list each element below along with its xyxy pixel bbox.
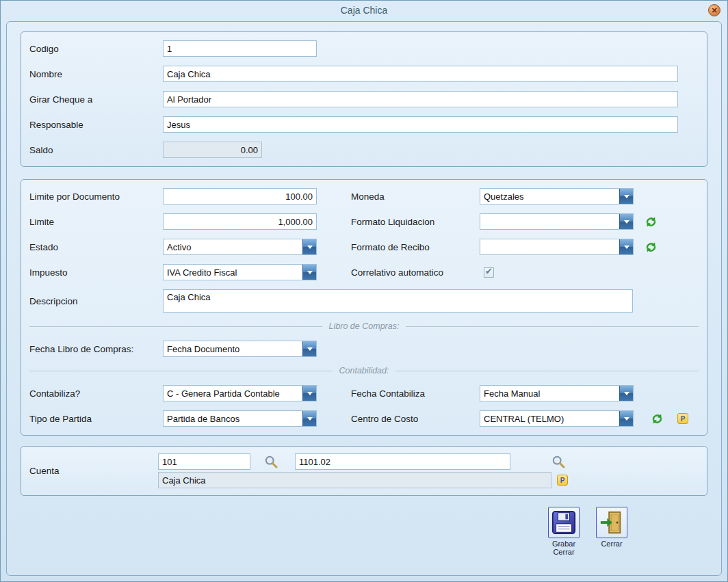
moneda-select[interactable]: Quetzales xyxy=(480,188,634,204)
limite-label: Limite xyxy=(29,217,163,227)
formato-recibo-select[interactable] xyxy=(480,239,634,255)
chevron-down-icon[interactable] xyxy=(302,386,316,401)
cerrar-button[interactable]: Cerrar xyxy=(593,507,631,556)
descripcion-label: Descripcion xyxy=(29,296,163,306)
chevron-down-icon[interactable] xyxy=(619,189,633,204)
moneda-label: Moneda xyxy=(351,191,480,202)
note-icon[interactable]: P xyxy=(557,475,568,486)
refresh-icon[interactable] xyxy=(645,241,658,254)
codigo-label: Codigo xyxy=(29,44,163,54)
limite-documento-input[interactable] xyxy=(163,188,317,204)
fecha-libro-compras-select[interactable]: Fecha Documento xyxy=(163,341,317,357)
refresh-icon[interactable] xyxy=(645,215,658,228)
contabilidad-divider: Contabilidad: xyxy=(29,366,699,375)
saldo-field xyxy=(163,142,262,158)
correlativo-checkbox[interactable] xyxy=(484,267,494,278)
save-icon xyxy=(551,510,577,535)
formato-liquidacion-select[interactable] xyxy=(480,213,634,230)
cuenta-label: Cuenta xyxy=(29,466,158,476)
chevron-down-icon[interactable] xyxy=(619,239,633,254)
contabiliza-select[interactable]: C - Genera Partida Contable xyxy=(163,385,317,401)
note-icon[interactable]: P xyxy=(677,413,688,424)
exit-door-icon xyxy=(599,510,625,535)
cuenta-code-input[interactable] xyxy=(158,453,250,470)
descripcion-input[interactable]: Caja Chica xyxy=(163,289,633,313)
responsable-input[interactable] xyxy=(163,116,678,133)
impuesto-select[interactable]: IVA Credito Fiscal xyxy=(163,264,317,280)
centro-costo-select[interactable]: CENTRAL (TELMO) xyxy=(480,410,634,427)
formato-recibo-label: Formato de Recibo xyxy=(351,242,480,252)
fecha-contabiliza-label: Fecha Contabiliza xyxy=(351,388,480,399)
titlebar: Caja Chica xyxy=(1,1,727,20)
cerrar-label: Cerrar xyxy=(601,540,622,548)
impuesto-label: Impuesto xyxy=(29,267,163,278)
chevron-down-icon[interactable] xyxy=(302,265,316,280)
grabar-cerrar-button[interactable]: Grabar Cerrar xyxy=(545,507,583,556)
cuenta-group: Cuenta xyxy=(21,446,707,496)
chevron-down-icon[interactable] xyxy=(619,411,633,426)
search-icon[interactable] xyxy=(551,455,565,468)
cuenta-subcode-input[interactable] xyxy=(295,453,510,470)
tipo-partida-label: Tipo de Partida xyxy=(29,414,163,424)
chevron-down-icon[interactable] xyxy=(302,239,316,254)
main-panel: Codigo Nombre Girar Cheque a Responsable… xyxy=(6,21,722,576)
centro-costo-label: Centro de Costo xyxy=(351,414,480,424)
estado-select[interactable]: Activo xyxy=(163,239,317,255)
responsable-label: Responsable xyxy=(29,120,163,130)
chevron-down-icon[interactable] xyxy=(619,214,633,229)
caja-chica-window: Caja Chica Codigo Nombre Girar Cheque a … xyxy=(0,0,728,582)
limite-input[interactable] xyxy=(163,213,317,230)
nombre-label: Nombre xyxy=(29,69,163,79)
refresh-icon[interactable] xyxy=(651,412,664,425)
girar-cheque-input[interactable] xyxy=(163,91,678,107)
libro-compras-divider: Libro de Compras: xyxy=(29,321,699,331)
fecha-libro-compras-label: Fecha Libro de Compras: xyxy=(29,344,163,354)
chevron-down-icon[interactable] xyxy=(302,411,316,426)
close-icon[interactable] xyxy=(708,4,720,16)
grabar-cerrar-label: Grabar Cerrar xyxy=(546,540,582,556)
search-icon[interactable] xyxy=(264,455,278,468)
tipo-partida-select[interactable]: Partida de Bancos xyxy=(163,410,317,427)
chevron-down-icon[interactable] xyxy=(302,341,316,356)
codigo-input[interactable] xyxy=(163,40,317,57)
general-group: Codigo Nombre Girar Cheque a Responsable… xyxy=(21,31,707,167)
saldo-label: Saldo xyxy=(29,145,163,155)
girar-cheque-label: Girar Cheque a xyxy=(29,94,163,105)
chevron-down-icon[interactable] xyxy=(619,386,633,401)
cuenta-name-field xyxy=(158,472,551,488)
settings-group: Limite por Documento Moneda Quetzales Li… xyxy=(21,179,707,436)
estado-label: Estado xyxy=(29,242,163,252)
nombre-input[interactable] xyxy=(163,66,678,82)
cuenta-fields: P xyxy=(158,453,568,488)
window-title: Caja Chica xyxy=(341,5,387,16)
correlativo-label: Correlativo automatico xyxy=(351,267,480,278)
formato-liquidacion-label: Formato Liquidacion xyxy=(351,217,480,227)
limite-documento-label: Limite por Documento xyxy=(29,191,163,202)
contabiliza-label: Contabiliza? xyxy=(29,388,163,399)
button-bar: Grabar Cerrar Cerrar xyxy=(21,507,707,556)
fecha-contabiliza-select[interactable]: Fecha Manual xyxy=(480,385,634,401)
